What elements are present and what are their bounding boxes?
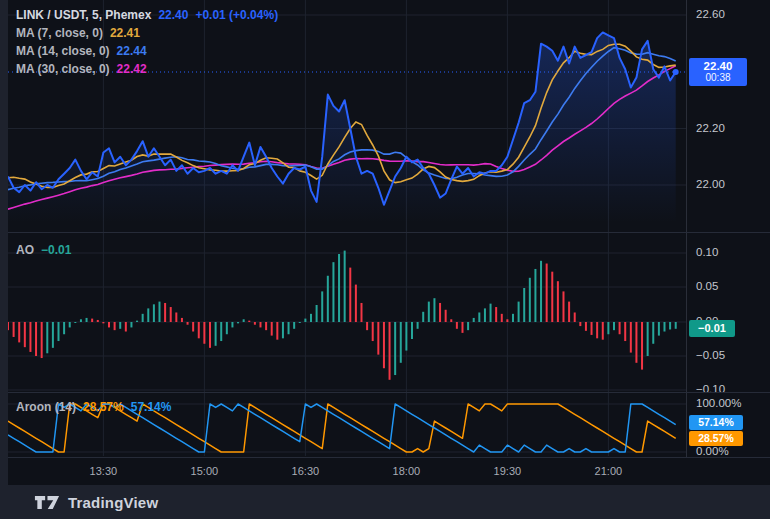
aroon-legend: Aroon (14) 28.57% 57.14% — [16, 398, 171, 416]
aroon-label[interactable]: Aroon (14) — [16, 400, 76, 414]
aroon-axis-tick: 100.00% — [696, 397, 741, 409]
ma14-row: MA (14, close, 0) 22.44 — [16, 42, 278, 60]
aroon-panel[interactable]: Aroon (14) 28.57% 57.14% — [8, 393, 686, 456]
ma30-label[interactable]: MA (30, close, 0) — [16, 62, 110, 76]
ma7-label[interactable]: MA (7, close, 0) — [16, 26, 103, 40]
tradingview-brand-text[interactable]: TradingView — [68, 494, 158, 511]
time-label: 19:30 — [494, 465, 522, 477]
current-price-text: 22.40 — [689, 60, 747, 72]
price-axis-tick: 22.60 — [696, 8, 725, 20]
time-label: 15:00 — [191, 465, 219, 477]
time-label: 18:00 — [393, 465, 421, 477]
ao-label[interactable]: AO — [16, 243, 34, 257]
ma7-row: MA (7, close, 0) 22.41 — [16, 24, 278, 42]
price-axis-tick: 22.20 — [696, 122, 725, 134]
aroon-down-badge: 57.14% — [689, 415, 743, 430]
ao-panel[interactable]: AO −0.01 — [8, 233, 686, 393]
ao-axis-tick: −0.10 — [696, 383, 725, 395]
price-panel[interactable]: LINK / USDT, 5, Phemex 22.40 +0.01 (+0.0… — [8, 0, 686, 233]
ao-value-badge: −0.01 — [689, 320, 735, 337]
ao-histogram-plot[interactable] — [8, 233, 686, 393]
panel-separator[interactable] — [8, 232, 770, 233]
bar-countdown: 00:38 — [689, 72, 747, 84]
ao-axis-tick: −0.05 — [696, 349, 725, 361]
ma14-value: 22.44 — [117, 44, 147, 58]
symbol-row: LINK / USDT, 5, Phemex 22.40 +0.01 (+0.0… — [16, 6, 278, 24]
current-price-badge: 22.40 00:38 — [689, 58, 747, 86]
ma7-value: 22.41 — [110, 26, 140, 40]
time-label: 13:30 — [90, 465, 118, 477]
price-change-value: +0.01 (+0.04%) — [195, 8, 278, 22]
ma14-label[interactable]: MA (14, close, 0) — [16, 44, 110, 58]
ao-value: −0.01 — [41, 243, 71, 257]
tradingview-chart-window: LINK / USDT, 5, Phemex 22.40 +0.01 (+0.0… — [0, 0, 770, 519]
aroon-down-value: 57.14% — [131, 400, 172, 414]
footer-bar: TradingView — [0, 485, 770, 519]
price-scale-axis[interactable]: 22.60 22.20 22.00 0.10 0.05 0.00 −0.05 −… — [686, 0, 770, 457]
panel-separator[interactable] — [8, 392, 770, 393]
price-axis-tick: 22.00 — [696, 178, 725, 190]
price-legend: LINK / USDT, 5, Phemex 22.40 +0.01 (+0.0… — [16, 6, 278, 78]
time-axis[interactable]: 13:30 15:00 16:30 18:00 19:30 21:00 — [8, 457, 770, 486]
time-label: 16:30 — [292, 465, 320, 477]
tradingview-logo[interactable] — [34, 495, 60, 510]
time-label: 21:00 — [595, 465, 623, 477]
ma30-value: 22.42 — [117, 62, 147, 76]
aroon-up-value: 28.57% — [83, 400, 124, 414]
aroon-axis-tick: 0.00% — [696, 445, 729, 457]
ao-axis-tick: 0.05 — [696, 280, 718, 292]
ao-legend: AO −0.01 — [16, 241, 71, 259]
chart-area: LINK / USDT, 5, Phemex 22.40 +0.01 (+0.0… — [8, 0, 770, 485]
ma30-row: MA (30, close, 0) 22.42 — [16, 60, 278, 78]
symbol-title[interactable]: LINK / USDT, 5, Phemex — [16, 8, 151, 22]
ao-axis-tick: 0.10 — [696, 246, 718, 258]
aroon-up-badge: 28.57% — [689, 431, 743, 446]
last-price-value: 22.40 — [158, 8, 188, 22]
